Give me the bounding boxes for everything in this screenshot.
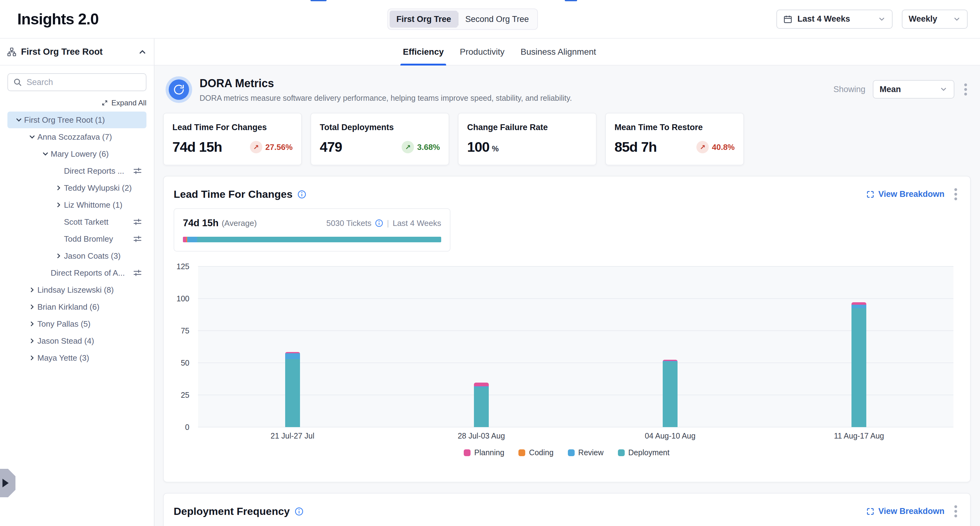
expand-all-button[interactable]: Expand All [7,99,146,107]
summary-tickets: 5030 Tickets [326,218,371,228]
trend-up-arrow-icon: ↗ [402,141,414,153]
tab-productivity[interactable]: Productivity [458,38,506,65]
filter-sliders-icon[interactable] [133,234,142,244]
tree-item-label: Todd Bromley [64,234,113,244]
tree-item-label: Scott Tarkett [64,217,108,227]
metric-card: Total Deployments479↗3.68% [310,113,449,165]
legend-item-coding: Coding [519,448,553,457]
kebab-menu-icon[interactable] [952,503,959,520]
tree-item[interactable]: Mary Lowery (6) [7,145,146,162]
tree-item-label: Liz Whittome (1) [64,200,123,210]
tree-item[interactable]: Jason Stead (4) [7,333,146,349]
stacked-bar[interactable] [851,302,866,427]
stacked-bar[interactable] [285,352,300,427]
y-tick-label: 0 [185,423,189,432]
tree-item[interactable]: Jason Coats (3) [7,247,146,264]
chevron-right-icon[interactable] [27,354,37,362]
legend-item-planning: Planning [464,448,504,457]
aggregation-select[interactable]: Mean [873,80,955,99]
view-breakdown-label: View Breakdown [878,507,945,516]
chevron-down-icon[interactable] [14,116,24,124]
filter-sliders-icon[interactable] [133,217,142,226]
tree-item-label: Jason Coats (3) [64,251,121,261]
kebab-menu-icon[interactable] [952,186,959,203]
bar-segment-review [851,305,866,308]
trend-value: 40.8% [712,142,735,152]
metric-title: Mean Time To Restore [614,123,735,132]
legend-item-deployment: Deployment [618,448,670,457]
dora-title: DORA Metrics [200,77,572,90]
tree-item[interactable]: Todd Bromley [7,231,146,247]
dora-text: DORA Metrics DORA metrics measure softwa… [200,77,572,103]
tree-item[interactable]: Lindsay Liszewski (8) [7,282,146,298]
metric-unit: % [492,144,499,153]
org-tab-first-org-tree[interactable]: First Org Tree [390,11,458,27]
chevron-down-icon [940,85,948,93]
kebab-menu-icon[interactable] [962,81,969,98]
metric-card: Lead Time For Changes74d 15h↗27.56% [163,113,302,165]
trend-badge: ↗27.56% [250,141,293,153]
deployment-frequency-actions: View Breakdown [866,503,959,520]
stacked-bar[interactable] [474,383,489,427]
dora-icon-ring [165,77,192,103]
tree-item[interactable]: Anna Scozzafava (7) [7,129,146,145]
tree-item[interactable]: Tony Pallas (5) [7,316,146,332]
trend-value: 27.56% [266,142,293,152]
granularity-select[interactable]: Weekly [902,10,968,29]
tree-item[interactable]: Brian Kirkland (6) [7,298,146,315]
date-range-select[interactable]: Last 4 Weeks [776,10,892,29]
chevron-down-icon[interactable] [40,150,51,158]
lead-time-chart: 0255075100125 21 Jul-27 Jul28 Jul-03 Aug… [173,266,959,445]
info-icon[interactable] [298,190,306,199]
org-tab-second-org-tree[interactable]: Second Org Tree [458,11,536,27]
view-breakdown-button[interactable]: View Breakdown [866,190,945,199]
tab-business-alignment[interactable]: Business Alignment [519,38,597,65]
expand-corners-icon [866,190,875,199]
chevron-down-icon[interactable] [27,133,37,141]
expand-corners-icon [866,507,875,516]
collapse-sidebar-chevron-up-icon[interactable] [138,47,147,57]
filter-sliders-icon[interactable] [133,166,142,175]
metric-value: 74d 15h [172,139,222,155]
metric-value: 100 [467,139,489,155]
chevron-right-icon[interactable] [53,252,64,260]
filter-sliders-icon[interactable] [133,268,142,277]
chevron-right-icon[interactable] [27,320,37,328]
stacked-bar[interactable] [663,360,678,427]
info-icon[interactable] [375,219,383,227]
tree-item-label: Maya Yette (3) [37,353,89,363]
info-icon[interactable] [295,507,303,516]
y-tick-label: 25 [181,391,189,400]
legend-swatch [618,449,625,456]
view-breakdown-button[interactable]: View Breakdown [866,507,945,516]
tree-item[interactable]: Direct Reports of A... [7,265,146,281]
chevron-right-icon[interactable] [27,286,37,293]
y-tick-label: 100 [177,294,189,303]
summary-separator: | [387,218,389,228]
metric-title: Total Deployments [320,123,440,132]
main-area: EfficiencyProductivityBusiness Alignment… [154,38,980,526]
stage-segment-planning [183,237,186,242]
tree-item[interactable]: Teddy Wylupski (2) [7,180,146,196]
date-range-value: Last 4 Weeks [797,14,850,24]
chevron-right-icon[interactable] [53,184,64,191]
expand-all-icon [101,99,108,107]
tree-item[interactable]: Maya Yette (3) [7,349,146,366]
tree-item[interactable]: First Org Tree Root (1) [7,112,146,128]
lead-time-actions: View Breakdown [866,186,959,203]
y-tick-label: 75 [181,326,189,335]
chevron-right-icon[interactable] [27,303,37,311]
chevron-right-icon[interactable] [53,201,64,209]
tree-item[interactable]: Scott Tarkett [7,214,146,230]
x-tick-label: 11 Aug-17 Aug [834,432,884,440]
bar-segment-deployment [663,362,678,427]
tab-efficiency[interactable]: Efficiency [402,38,445,65]
legend-item-review: Review [568,448,604,457]
chevron-right-icon[interactable] [27,337,37,344]
tree-item[interactable]: Liz Whittome (1) [7,196,146,213]
deployment-frequency-title-row: Deployment Frequency [173,505,303,517]
search-input[interactable]: Search [7,73,146,91]
dora-description: DORA metrics measure software delivery p… [200,94,572,103]
y-tick-label: 125 [177,262,189,271]
tree-item[interactable]: Direct Reports ... [7,163,146,179]
